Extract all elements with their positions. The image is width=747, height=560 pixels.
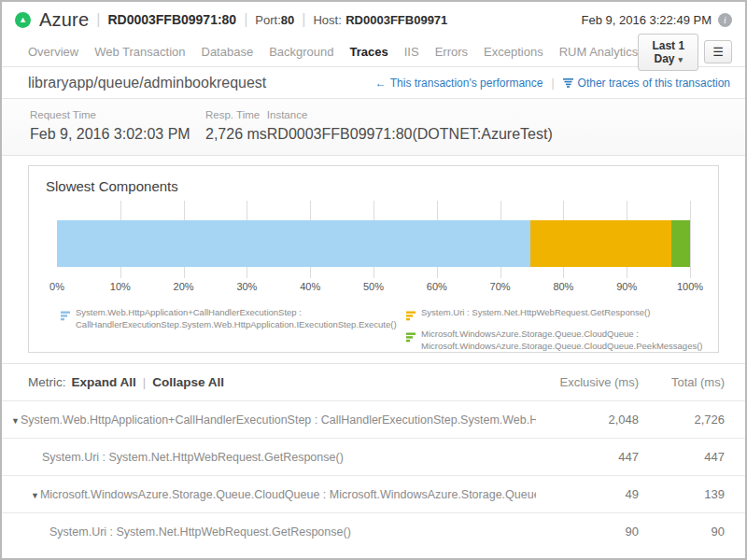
summary-value: RD0003FFB09971:80(DOTNET:AzureTest): [267, 126, 553, 143]
app-header: ▲ Azure | RD0003FFB09971:80 | Port:80 | …: [2, 2, 745, 37]
expand-arrow-icon[interactable]: ▼: [31, 491, 39, 500]
legend-entry: Microsoft.WindowsAzure.Storage.Queue.Clo…: [406, 328, 718, 353]
axis-tick-label: 70%: [490, 281, 511, 292]
total-ms-value: 139: [639, 487, 725, 501]
nav-tab[interactable]: Web Transaction: [94, 45, 185, 59]
legend-label: System.Web.HttpApplication+CallHandlerEx…: [76, 306, 397, 331]
nav-tab[interactable]: Exceptions: [484, 45, 543, 59]
summary-field: Resp. Time 2,726 ms: [205, 109, 267, 143]
metric-name: System.Uri : System.Net.HttpWebRequest.G…: [2, 451, 536, 464]
separator: |: [96, 11, 100, 28]
nav-bar: Overview Web Transaction Database Backgr…: [2, 37, 745, 67]
metric-name: ▼System.Web.HttpApplication+CallHandlerE…: [2, 413, 536, 427]
axis-tick-label: 50%: [363, 281, 384, 292]
summary-value: 2,726 ms: [205, 126, 267, 143]
exclusive-ms-value: 2,048: [536, 413, 639, 427]
metric-name: ▼Microsoft.WindowsAzure.Storage.Queue.Cl…: [2, 488, 536, 501]
component-bar: [57, 220, 690, 267]
exclusive-ms-value: 90: [536, 525, 639, 539]
axis-tick-label: 40%: [300, 281, 320, 292]
nav-tab[interactable]: Overview: [28, 45, 78, 59]
time-range-button[interactable]: Last 1 Day▾: [638, 34, 698, 71]
bar-segment: [530, 220, 671, 267]
info-icon[interactable]: i: [718, 13, 732, 27]
expand-all-link[interactable]: Expand All: [72, 375, 136, 389]
legend-label: System.Uri : System.Net.HttpWebRequest.G…: [421, 306, 650, 325]
link-divider: |: [551, 77, 554, 90]
transaction-name: libraryapp/queue/adminbookrequest: [28, 75, 266, 91]
series-bars-icon: [61, 308, 71, 331]
app-status-icon: ▲: [15, 12, 31, 28]
column-header-total: Total (ms): [639, 375, 725, 389]
expand-arrow-icon[interactable]: ▼: [11, 416, 20, 426]
total-ms-value: 90: [639, 525, 725, 539]
metric-table-header: Metric: Expand All | Collapse All Exclus…: [2, 363, 745, 400]
summary-label: Request Time: [30, 109, 205, 120]
stacked-bar-chart: [57, 201, 690, 278]
left-arrow-icon: ←: [375, 77, 387, 90]
summary-label: Instance: [267, 109, 553, 120]
other-traces-link[interactable]: Other traces of this transaction: [563, 77, 730, 90]
axis-tick-label: 10%: [110, 281, 131, 292]
total-ms-value: 2,726: [639, 413, 725, 427]
legend-entry: System.Uri : System.Net.HttpWebRequest.G…: [406, 306, 718, 325]
transaction-row: libraryapp/queue/adminbookrequest ← This…: [2, 67, 745, 99]
legend-entry: System.Web.HttpApplication+CallHandlerEx…: [61, 306, 406, 331]
trace-summary: Request Time Feb 9, 2016 3:02:03 PM Resp…: [2, 99, 745, 156]
metric-name: System.Uri : System.Net.HttpWebRequest.G…: [2, 525, 536, 539]
metric-label: Metric:: [28, 375, 66, 389]
total-ms-value: 447: [639, 450, 725, 464]
host-value: RD0003FFB09971: [345, 13, 447, 27]
chart-title: Slowest Components: [29, 166, 718, 194]
trace-list-icon: [563, 78, 574, 88]
axis-tick-label: 60%: [427, 281, 447, 292]
transaction-performance-link[interactable]: ← This transaction's performance: [375, 77, 543, 90]
exclusive-ms-value: 49: [536, 487, 639, 501]
instance-name: RD0003FFB09971:80: [107, 12, 236, 27]
nav-tab[interactable]: IIS: [404, 45, 419, 59]
port-label: Port:: [255, 13, 280, 27]
column-header-exclusive: Exclusive (ms): [536, 375, 639, 389]
exclusive-ms-value: 447: [536, 450, 639, 464]
chart-legend: System.Web.HttpApplication+CallHandlerEx…: [29, 295, 718, 356]
table-row: ▼System.Web.HttpApplication+CallHandlerE…: [2, 400, 745, 438]
axis-tick-label: 30%: [236, 281, 257, 292]
separator: |: [244, 11, 247, 28]
bar-segment: [671, 220, 690, 267]
slowest-components-panel: Slowest Components 0%10%20%30%40%50%60%7…: [28, 165, 719, 353]
series-bars-icon: [406, 308, 416, 325]
summary-field: Request Time Feb 9, 2016 3:02:03 PM: [30, 109, 205, 143]
x-axis: 0%10%20%30%40%50%60%70%80%90%100%: [57, 281, 690, 295]
series-bars-icon: [406, 329, 416, 353]
table-row: ▼Microsoft.WindowsAzure.Storage.Queue.Cl…: [2, 475, 745, 512]
axis-tick-label: 90%: [616, 281, 637, 292]
nav-tab[interactable]: Errors: [435, 45, 468, 59]
nav-tabs: Overview Web Transaction Database Backgr…: [28, 45, 638, 59]
table-row: System.Uri : System.Net.HttpWebRequest.G…: [2, 438, 745, 475]
host-label: Host:: [313, 13, 341, 27]
summary-label: Resp. Time: [205, 109, 267, 120]
summary-field: Instance RD0003FFB09971:80(DOTNET:AzureT…: [267, 109, 553, 143]
port-value: 80: [281, 13, 294, 27]
table-row: System.Uri : System.Net.HttpWebRequest.G…: [2, 512, 745, 550]
chevron-down-icon: ▾: [679, 55, 684, 64]
axis-tick-label: 20%: [174, 281, 194, 292]
header-timestamp: Feb 9, 2016 3:22:49 PM: [582, 13, 712, 27]
nav-tab[interactable]: Traces: [350, 45, 388, 59]
separator: |: [302, 11, 305, 28]
axis-tick-label: 80%: [553, 281, 573, 292]
nav-tab[interactable]: Database: [202, 45, 254, 59]
collapse-all-link[interactable]: Collapse All: [152, 375, 224, 389]
bar-segment: [57, 220, 530, 267]
nav-tab[interactable]: Background: [269, 45, 333, 59]
axis-tick-label: 100%: [677, 281, 703, 292]
summary-value: Feb 9, 2016 3:02:03 PM: [30, 126, 205, 143]
header-divider: |: [143, 375, 146, 389]
legend-label: Microsoft.WindowsAzure.Storage.Queue.Clo…: [421, 328, 703, 353]
app-name: Azure: [39, 9, 89, 31]
gridline: [690, 201, 691, 278]
metric-table: ▼System.Web.HttpApplication+CallHandlerE…: [2, 400, 745, 550]
nav-tab[interactable]: RUM Analytics: [559, 45, 639, 59]
hamburger-icon: ☰: [712, 45, 724, 59]
menu-button[interactable]: ☰: [704, 40, 732, 63]
